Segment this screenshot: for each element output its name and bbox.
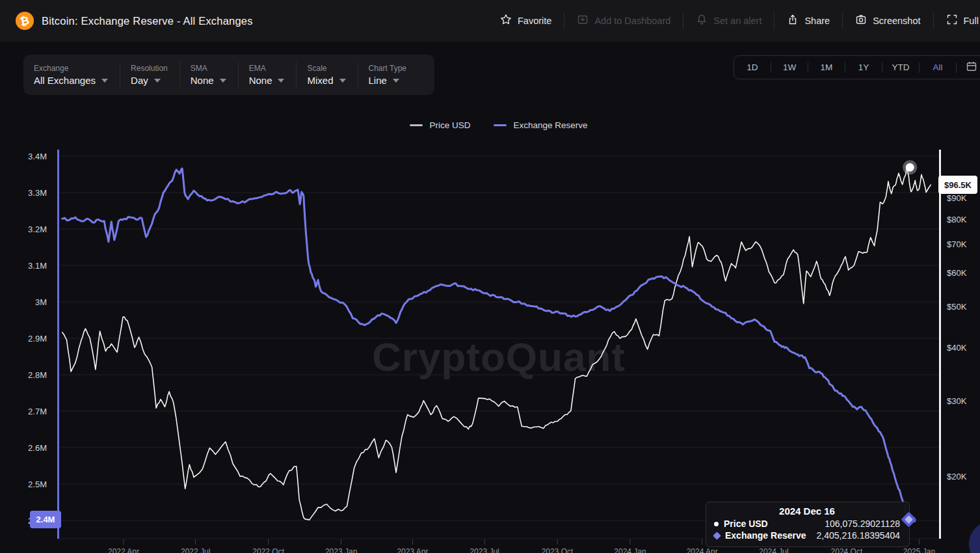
right-axis-tick-label: $90K — [947, 193, 967, 203]
x-axis-tick-label: 2024 Apr — [687, 547, 718, 553]
left-axis-tick-label: 3.3M — [28, 188, 47, 198]
tooltip-row-price: Price USD 106,075.29021128 — [714, 519, 900, 529]
reserve-current-badge: 2.4M — [30, 511, 61, 528]
price-current-badge: $96.5K — [938, 176, 977, 194]
right-axis-tick-label: $30K — [947, 396, 967, 406]
right-axis-tick-label: $80K — [947, 215, 967, 224]
left-axis-tick-label: 2.8M — [28, 370, 47, 380]
x-axis-tick-label: 2023 Apr — [397, 547, 428, 553]
x-axis-tick-label: 2022 Apr — [108, 547, 139, 553]
right-axis-tick-label: $70K — [947, 239, 967, 249]
cryptoquant-chart-page: { "header": { "title": "Bitcoin: Exchang… — [0, 0, 980, 553]
dot-marker-icon — [714, 522, 719, 526]
x-axis-tick-label: 2025 Jan — [903, 547, 935, 553]
left-axis-tick-label: 2.7M — [28, 407, 47, 416]
x-axis-tick-label: 2023 Jan — [325, 547, 357, 553]
hover-tooltip: 2024 Dec 16 Price USD 106,075.29021128 E… — [706, 502, 910, 547]
left-axis-tick-label: 2.9M — [28, 334, 47, 344]
right-axis-tick-label: $40K — [947, 343, 967, 353]
x-axis-tick-label: 2024 Oct — [831, 547, 863, 553]
left-axis-tick-label: 3M — [35, 297, 47, 307]
x-axis-tick-label: 2023 Jul — [470, 547, 499, 553]
tooltip-row-reserve: Exchange Reserve 2,405,216.18395404 — [714, 530, 900, 541]
x-axis-tick-label: 2024 Jul — [759, 547, 788, 553]
price-series-line — [62, 167, 931, 520]
right-axis-tick-label: $60K — [947, 268, 967, 278]
x-axis-tick-label: 2022 Jul — [181, 547, 210, 553]
left-axis-tick-label: 2.5M — [28, 479, 47, 489]
right-axis-tick-label: $20K — [947, 472, 967, 481]
x-axis-tick-label: 2023 Oct — [542, 547, 574, 553]
left-axis-tick-label: 3.2M — [28, 224, 47, 234]
left-axis-tick-label: 2.6M — [28, 443, 47, 453]
tooltip-date: 2024 Dec 16 — [714, 506, 900, 517]
left-axis-tick-label: 3.1M — [28, 261, 47, 271]
x-axis-tick-label: 2022 Oct — [252, 547, 284, 553]
price-reserve-chart[interactable]: 3.4M3.3M3.2M3.1M3M2.9M2.8M2.7M2.6M2.5M2.… — [0, 0, 980, 553]
price-hover-marker — [906, 163, 914, 172]
left-axis-tick-label: 3.4M — [28, 152, 47, 161]
diamond-marker-icon — [713, 532, 721, 540]
x-axis-tick-label: 2024 Jan — [614, 547, 646, 553]
right-axis-tick-label: $50K — [947, 302, 967, 312]
